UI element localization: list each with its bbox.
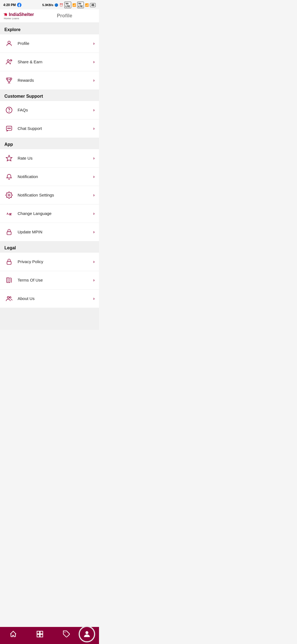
svg-marker-10 [6, 155, 12, 161]
chevron-update-mpin: › [93, 230, 95, 234]
section-customer-support: Customer Support FAQs › [0, 89, 99, 138]
header-title: Profile [34, 13, 95, 19]
share-user-icon [4, 57, 14, 67]
logo-text: IndiaShelter [9, 12, 34, 17]
logo-subtitle: Home Loans [4, 17, 34, 20]
menu-label-privacy-policy: Privacy Policy [18, 259, 93, 264]
menu-label-share-earn: Share & Earn [18, 59, 93, 64]
status-bar: 4:20 PM 5.3KB/s 🔵 ⏰ VoLTE 📶 VoLTE 📶 46 [0, 0, 99, 9]
svg-point-11 [8, 194, 10, 196]
svg-point-7 [8, 128, 8, 128]
menu-item-privacy-policy[interactable]: Privacy Policy › [0, 253, 99, 271]
svg-rect-15 [7, 261, 11, 264]
chevron-notification: › [93, 174, 95, 179]
menu-item-about-us[interactable]: About Us › [0, 290, 99, 308]
header: IndiaShelter Home Loans Profile [0, 9, 99, 23]
menu-item-rewards[interactable]: Rewards › [0, 71, 99, 89]
status-network: 5.3KB/s [42, 3, 53, 7]
section-app-header: App [0, 138, 99, 149]
menu-group-explore: Profile › Share & Earn › [0, 34, 99, 89]
menu-label-rate-us: Rate Us [18, 156, 93, 160]
language-icon: A अ [4, 209, 14, 218]
menu-item-notification-settings[interactable]: Notification Settings › [0, 186, 99, 204]
svg-point-16 [7, 296, 9, 298]
svg-rect-14 [7, 232, 11, 235]
section-explore-header: Explore [0, 23, 99, 34]
settings-icon [4, 190, 14, 200]
menu-label-notification-settings: Notification Settings [18, 193, 93, 197]
menu-item-terms-of-use[interactable]: Terms Of Use › [0, 271, 99, 290]
section-explore: Explore Profile › [0, 23, 99, 89]
chevron-notification-settings: › [93, 193, 95, 198]
menu-label-terms-of-use: Terms Of Use [18, 278, 93, 282]
section-app: App Rate Us › Notification › [0, 138, 99, 241]
menu-item-change-language[interactable]: A अ Change Language › [0, 204, 99, 223]
chevron-rewards: › [93, 78, 95, 83]
menu-label-update-mpin: Update MPIN [18, 230, 93, 234]
section-customer-support-header: Customer Support [0, 89, 99, 101]
svg-point-8 [9, 128, 9, 128]
svg-point-9 [10, 128, 10, 128]
chevron-privacy-policy: › [93, 259, 95, 264]
chevron-change-language: › [93, 211, 95, 216]
star-icon [4, 154, 14, 163]
status-time: 4:20 PM [3, 3, 16, 7]
menu-item-profile[interactable]: Profile › [0, 34, 99, 53]
menu-item-update-mpin[interactable]: Update MPIN › [0, 223, 99, 241]
menu-item-rate-us[interactable]: Rate Us › [0, 149, 99, 168]
logo: IndiaShelter Home Loans [4, 12, 34, 20]
menu-item-chat-support[interactable]: Chat Support › [0, 119, 99, 138]
svg-point-17 [10, 297, 11, 298]
menu-item-notification[interactable]: Notification › [0, 168, 99, 186]
menu-group-app: Rate Us › Notification › Notification Se… [0, 149, 99, 241]
menu-item-faqs[interactable]: FAQs › [0, 101, 99, 119]
chevron-chat-support: › [93, 126, 95, 131]
menu-item-share-earn[interactable]: Share & Earn › [0, 53, 99, 71]
privacy-lock-icon [4, 257, 14, 266]
menu-label-faqs: FAQs [18, 108, 93, 112]
svg-point-5 [9, 111, 9, 111]
book-icon [4, 275, 14, 285]
chevron-faqs: › [93, 108, 95, 113]
message-square-icon [4, 124, 14, 133]
svg-point-3 [10, 59, 12, 61]
lock-icon [4, 227, 14, 237]
menu-label-chat-support: Chat Support [18, 126, 93, 131]
menu-group-legal: Privacy Policy › Terms Of Use › [0, 253, 99, 308]
menu-group-customer-support: FAQs › Chat Support › [0, 101, 99, 138]
menu-label-about-us: About Us [18, 296, 93, 301]
menu-label-notification: Notification [18, 174, 93, 179]
svg-text:अ: अ [9, 212, 12, 216]
menu-label-rewards: Rewards [18, 78, 93, 83]
svg-point-2 [7, 59, 9, 62]
chevron-profile: › [93, 41, 95, 46]
chevron-share-earn: › [93, 59, 95, 64]
scroll-content: Explore Profile › [0, 23, 99, 330]
bell-icon [4, 172, 14, 181]
group-icon [4, 294, 14, 303]
svg-text:A: A [6, 212, 9, 215]
user-icon [4, 39, 14, 48]
menu-label-profile: Profile [18, 41, 93, 46]
section-legal: Legal Privacy Policy › Terms Of Use › [0, 241, 99, 308]
chevron-terms-of-use: › [93, 278, 95, 283]
trophy-icon [4, 76, 14, 85]
svg-rect-0 [4, 13, 5, 14]
help-circle-icon [4, 105, 14, 115]
chevron-about-us: › [93, 296, 95, 301]
svg-point-1 [8, 41, 10, 43]
section-legal-header: Legal [0, 241, 99, 253]
menu-label-change-language: Change Language [18, 211, 93, 216]
chevron-rate-us: › [93, 156, 95, 161]
